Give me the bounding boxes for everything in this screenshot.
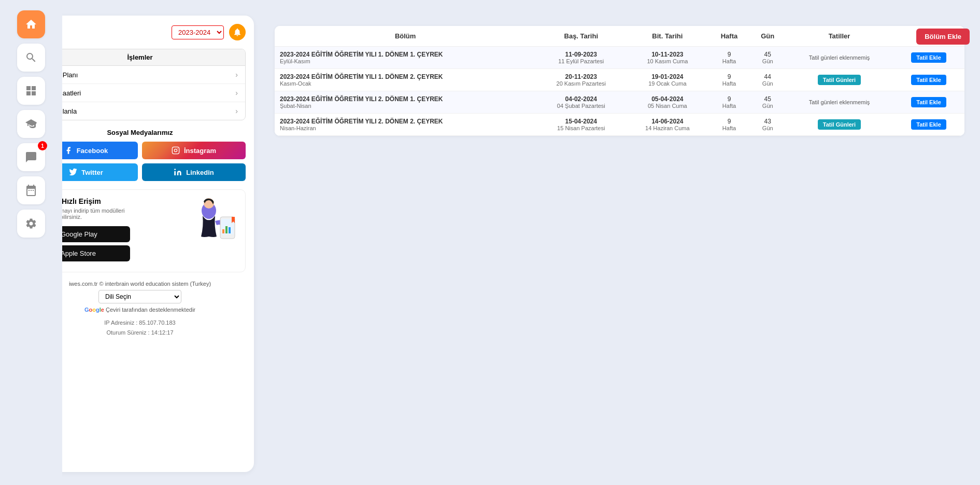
cell-gun: 45Gün xyxy=(750,47,786,69)
cell-bolum: 2023-2024 EĞİTİM ÖĞRETİM YILI 2. DÖNEM 1… xyxy=(275,91,536,114)
bolum-sub: Şubat-Nisan xyxy=(280,103,531,109)
chat-badge: 1 xyxy=(38,141,47,150)
cell-islem: Tatil Ekle xyxy=(893,91,964,114)
svg-point-4 xyxy=(175,169,176,170)
twitter-label: Twitter xyxy=(81,169,103,176)
tatil-ekle-button[interactable]: Tatil Ekle xyxy=(911,97,946,107)
bell-icon-btn[interactable] xyxy=(229,24,246,40)
svg-rect-0 xyxy=(172,147,179,154)
tatil-ekle-button[interactable]: Tatil Ekle xyxy=(911,75,946,85)
main-content: Bölüm Baş. Tarihi Bit. Tarihi Hafta Gün … xyxy=(259,0,980,485)
islemler-item-ders-saatleri[interactable]: Ders Saatleri › xyxy=(35,84,245,102)
ip-value: 85.107.70.183 xyxy=(139,320,175,326)
cell-bas-tarihi: 15-04-202415 Nisan Pazartesi xyxy=(536,114,626,136)
cell-hafta: 9Hafta xyxy=(708,114,749,136)
col-tatiller: Tatiller xyxy=(786,26,893,47)
bolum-main: 2023-2024 EĞİTİM ÖĞRETİM YILI 1. DÖNEM 2… xyxy=(280,73,531,80)
calendar-icon-btn[interactable] xyxy=(17,176,45,204)
icon-bar: 1 xyxy=(0,0,62,485)
sidebar-header: 2023-2024 2022-2023 2021-2022 xyxy=(34,24,246,40)
cell-bas-tarihi: 04-02-202404 Şubat Pazartesi xyxy=(536,91,626,114)
svg-point-1 xyxy=(174,149,177,151)
bolum-main: 2023-2024 EĞİTİM ÖĞRETİM YILI 1. DÖNEM 1… xyxy=(280,51,531,58)
tatil-gunleri-button[interactable]: Tatil Günleri xyxy=(818,119,861,130)
tatil-gunleri-button[interactable]: Tatil Günleri xyxy=(818,75,861,85)
ip-label: IP Adresiniz : xyxy=(104,320,137,326)
cell-bolum: 2023-2024 EĞİTİM ÖĞRETİM YILI 2. DÖNEM 2… xyxy=(275,114,536,136)
chevron-right-icon: › xyxy=(235,89,238,97)
bolum-ekle-button[interactable]: Bölüm Ekle xyxy=(916,29,970,45)
apple-store-label: Apple Store xyxy=(61,250,96,257)
tatil-text: Tatil günleri eklenmemiş xyxy=(809,54,870,61)
cell-islem: Tatil Ekle xyxy=(893,69,964,91)
language-select[interactable]: Dili Seçin xyxy=(98,290,181,303)
cell-tatiller: Tatil günleri eklenmemiş xyxy=(786,47,893,69)
bolum-sub: Kasım-Ocak xyxy=(280,80,531,87)
grid-icon-btn[interactable] xyxy=(17,77,45,105)
cell-hafta: 9Hafta xyxy=(708,69,749,91)
settings-icon-btn[interactable] xyxy=(17,210,45,238)
chevron-right-icon: › xyxy=(235,107,238,115)
svg-rect-12 xyxy=(229,227,231,233)
svg-rect-11 xyxy=(225,226,228,233)
chevron-right-icon: › xyxy=(235,71,238,79)
col-gun: Gün xyxy=(750,26,786,47)
islemler-box: İşlemler Eğitim Planı › Ders Saatleri › … xyxy=(34,49,246,120)
instagram-label: İnstagram xyxy=(184,147,216,155)
table-row: 2023-2024 EĞİTİM ÖĞRETİM YILI 2. DÖNEM 2… xyxy=(275,114,964,136)
cell-bit-tarihi: 19-01-202419 Ocak Cuma xyxy=(626,69,708,91)
tatil-text: Tatil günleri eklenmemiş xyxy=(809,99,870,105)
content-table: Bölüm Baş. Tarihi Bit. Tarihi Hafta Gün … xyxy=(275,26,964,136)
svg-rect-3 xyxy=(175,171,176,175)
cell-hafta: 9Hafta xyxy=(708,47,749,69)
social-grid: Facebook İnstagram Twitter Linkedin xyxy=(34,142,246,181)
col-bit: Bit. Tarihi xyxy=(626,26,708,47)
islemler-item-ders-planla[interactable]: Ders Planla › xyxy=(35,102,245,120)
app-illustration xyxy=(183,195,240,257)
cell-bolum: 2023-2024 EĞİTİM ÖĞRETİM YILI 1. DÖNEM 1… xyxy=(275,47,536,69)
cell-tatiller: Tatil Günleri xyxy=(786,114,893,136)
translate-label: Çeviri tarafından desteklenmektedir xyxy=(106,307,195,313)
cell-bit-tarihi: 14-06-202414 Haziran Cuma xyxy=(626,114,708,136)
linkedin-label: Linkedin xyxy=(186,169,214,176)
tatil-ekle-button[interactable]: Tatil Ekle xyxy=(911,52,946,63)
col-hafta: Hafta xyxy=(708,26,749,47)
linkedin-button[interactable]: Linkedin xyxy=(142,163,246,181)
copyright-text: iwes.com.tr © interbrain world education… xyxy=(34,281,246,287)
year-select[interactable]: 2023-2024 2022-2023 2021-2022 xyxy=(172,25,224,39)
islemler-title: İşlemler xyxy=(35,49,245,66)
ip-info: IP Adresiniz : 85.107.70.183 Oturum Süre… xyxy=(34,318,246,337)
bolum-main: 2023-2024 EĞİTİM ÖĞRETİM YILI 2. DÖNEM 1… xyxy=(280,95,531,103)
col-bolum: Bölüm xyxy=(275,26,536,47)
instagram-button[interactable]: İnstagram xyxy=(142,142,246,159)
facebook-label: Facebook xyxy=(77,147,108,155)
sidebar-footer: iwes.com.tr © interbrain world education… xyxy=(34,281,246,337)
home-icon-btn[interactable] xyxy=(17,10,45,38)
social-media-title: Sosyal Medyalarımız xyxy=(34,129,246,136)
search-icon-btn[interactable] xyxy=(17,44,45,72)
session-value: 14:12:17 xyxy=(151,329,174,336)
cell-islem: Tatil Ekle xyxy=(893,47,964,69)
graduation-icon-btn[interactable] xyxy=(17,110,45,138)
islemler-item-egitim[interactable]: Eğitim Planı › xyxy=(35,66,245,84)
google-play-label: Google Play xyxy=(61,230,97,238)
table-row: 2023-2024 EĞİTİM ÖĞRETİM YILI 2. DÖNEM 1… xyxy=(275,91,964,114)
svg-rect-10 xyxy=(222,229,224,233)
cell-hafta: 9Hafta xyxy=(708,91,749,114)
cell-gun: 44Gün xyxy=(750,69,786,91)
tatil-ekle-button[interactable]: Tatil Ekle xyxy=(911,119,946,130)
google-translate-text: Google Çeviri tarafından desteklenmekted… xyxy=(34,307,246,313)
bolum-sub: Nisan-Haziran xyxy=(280,125,531,131)
cell-bit-tarihi: 10-11-202310 Kasım Cuma xyxy=(626,47,708,69)
cell-gun: 45Gün xyxy=(750,91,786,114)
table-row: 2023-2024 EĞİTİM ÖĞRETİM YILI 1. DÖNEM 1… xyxy=(275,47,964,69)
cell-bas-tarihi: 11-09-202311 Eylül Pazartesi xyxy=(536,47,626,69)
chat-icon-btn[interactable]: 1 xyxy=(17,143,45,171)
col-bas: Baş. Tarihi xyxy=(536,26,626,47)
cell-bit-tarihi: 05-04-202405 Nisan Cuma xyxy=(626,91,708,114)
bolum-main: 2023-2024 EĞİTİM ÖĞRETİM YILI 2. DÖNEM 2… xyxy=(280,118,531,125)
cell-islem: Tatil Ekle xyxy=(893,114,964,136)
cell-gun: 43Gün xyxy=(750,114,786,136)
cell-bolum: 2023-2024 EĞİTİM ÖĞRETİM YILI 1. DÖNEM 2… xyxy=(275,69,536,91)
bolum-sub: Eylül-Kasım xyxy=(280,58,531,64)
